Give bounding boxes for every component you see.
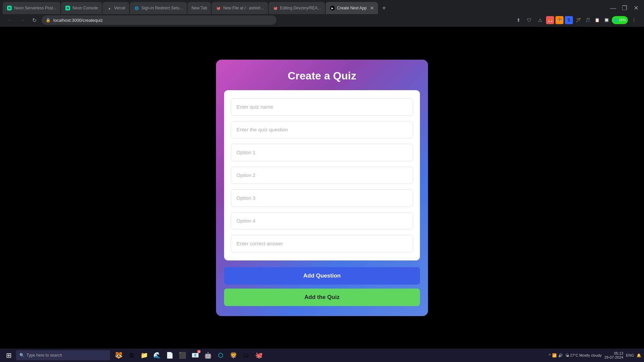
quiz-title: Create a Quiz — [288, 70, 357, 82]
ext3-icon[interactable]: S — [565, 16, 573, 24]
taskbar-search-label: Type here to search — [26, 353, 62, 358]
tab-github1[interactable]: 🐙 New File at / · ashish... — [212, 2, 268, 14]
tray-arrow[interactable]: ^ — [549, 353, 551, 358]
browser-right-icons: ⬆ 🛡 ⚠ 🦊 🐯 S 🪄 🎵 📋 🔲 🌐 VPN ⋮ — [514, 15, 639, 25]
tab-github2[interactable]: 🐙 Editing Devzery/REA... — [269, 2, 325, 14]
tab-bar: N Neon Serverless Post... N Neon Console… — [0, 0, 644, 16]
quiz-question-input[interactable] — [231, 121, 413, 138]
clock-date: 29-07-2024 — [604, 355, 623, 359]
reload-button[interactable]: ↻ — [30, 15, 39, 25]
clock-time: 05:13 — [604, 351, 623, 355]
taskbar-search[interactable]: 🔍 Type here to search — [16, 350, 110, 360]
vpn-icon[interactable]: 🌐 VPN — [612, 16, 628, 24]
taskbar: ⊞ 🔍 Type here to search 🐯 ⧉ 📁 🌊 📄 ⬛ 📧 19… — [0, 349, 644, 362]
system-tray: ^ 📶 🔊 — [549, 353, 563, 358]
correct-answer-input[interactable] — [231, 235, 413, 252]
taskbar-tiger-icon[interactable]: 🐯 — [113, 349, 125, 361]
address-bar: ← → ↻ 🔒 localhost:3000/createquiz ⬆ 🛡 ⚠ … — [0, 16, 644, 27]
quiz-name-input[interactable] — [231, 98, 413, 116]
add-question-button[interactable]: Add Question — [224, 267, 420, 285]
search-icon: 🔍 — [19, 353, 24, 358]
taskbar-file[interactable]: 📄 — [164, 349, 176, 361]
tab-close-create-next-app[interactable]: ✕ — [370, 5, 374, 11]
tab-title-gh2: Editing Devzery/REA... — [280, 6, 321, 10]
taskbar-app-icons: 🐯 ⧉ 📁 🌊 📄 ⬛ 📧 19 🤖 ⬡ 🦁 🗂 🐙 — [113, 349, 265, 361]
gh2-tab-icon: 🐙 — [273, 5, 278, 11]
option3-input[interactable] — [231, 189, 413, 207]
tab-title-neon-serverless: Neon Serverless Post... — [14, 6, 56, 10]
taskbar-vscode[interactable]: ⬡ — [215, 349, 227, 361]
alert-icon[interactable]: ⚠ — [535, 15, 545, 25]
ext7-icon[interactable]: 🔲 — [602, 16, 610, 24]
taskbar-files[interactable]: 🗂 — [240, 349, 252, 361]
tab-title-newtab: New Tab — [192, 6, 207, 10]
taskbar-ai[interactable]: 🤖 — [202, 349, 214, 361]
weather-icon: 🌤 — [566, 353, 569, 357]
close-button[interactable]: ✕ — [631, 3, 641, 13]
taskbar-terminal[interactable]: ⬛ — [176, 349, 189, 361]
neon-tab-icon: N — [7, 5, 12, 11]
menu-icon[interactable]: ⋮ — [629, 15, 639, 25]
new-tab-button[interactable]: + — [379, 3, 389, 13]
weather-info: 🌤 27°C Mostly cloudy — [566, 353, 602, 357]
browser-chrome: N Neon Serverless Post... N Neon Console… — [0, 0, 644, 27]
tab-title-create-next-app: Create Next App — [337, 6, 367, 10]
tab-title-neon-console: Neon Console — [72, 6, 98, 10]
tab-create-next-app[interactable]: ▶ Create Next App ✕ — [326, 2, 378, 14]
share-icon[interactable]: ⬆ — [514, 15, 523, 25]
taskbar-edge[interactable]: 🌊 — [151, 349, 163, 361]
language-indicator: ENG — [626, 353, 634, 357]
option2-input[interactable] — [231, 167, 413, 184]
tab-newtab[interactable]: New Tab — [187, 2, 211, 14]
tab-title-signin: Sign-in Redirect Setu... — [141, 6, 182, 10]
window-controls: — ❐ ✕ — [608, 3, 641, 13]
option1-input[interactable] — [231, 144, 413, 161]
add-quiz-button[interactable]: Add the Quiz — [224, 289, 420, 306]
ext6-icon[interactable]: 📋 — [593, 16, 601, 24]
taskbar-brave[interactable]: 🦁 — [227, 349, 239, 361]
option4-input[interactable] — [231, 212, 413, 230]
url-bar[interactable]: 🔒 localhost:3000/createquiz — [42, 15, 276, 25]
ext4-icon[interactable]: 🪄 — [574, 16, 582, 24]
notification-icon[interactable]: 🔔 — [637, 353, 641, 358]
weather-text: 27°C Mostly cloudy — [570, 353, 602, 357]
vercel-tab-icon: ▲ — [107, 5, 112, 11]
taskbar-mail[interactable]: 📧 19 — [189, 349, 201, 361]
volume-icon: 🔊 — [558, 353, 563, 358]
signin-tab-icon: 🌐 — [134, 5, 139, 11]
taskbar-right: ^ 📶 🔊 🌤 27°C Mostly cloudy 05:13 29-07-2… — [549, 351, 641, 359]
quiz-wrapper: Create a Quiz Add Question Add the Quiz — [216, 60, 428, 316]
network-icon: 📶 — [552, 353, 557, 358]
maximize-button[interactable]: ❐ — [619, 3, 630, 13]
gh1-tab-icon: 🐙 — [216, 5, 221, 11]
forward-button[interactable]: → — [17, 15, 27, 25]
shield-icon[interactable]: 🛡 — [525, 15, 534, 25]
minimize-button[interactable]: — — [608, 3, 619, 13]
quiz-form — [224, 90, 420, 260]
extensions-bar: 🦊 🐯 S 🪄 🎵 📋 🔲 🌐 VPN — [546, 16, 628, 24]
taskbar-task-view[interactable]: ⧉ — [125, 349, 138, 361]
ext1-icon[interactable]: 🦊 — [546, 16, 554, 24]
tab-title-vercel: Vercel — [114, 6, 125, 10]
url-text: localhost:3000/createquiz — [53, 18, 103, 23]
tab-signin[interactable]: 🌐 Sign-in Redirect Setu... — [130, 2, 186, 14]
lock-icon: 🔒 — [46, 18, 51, 22]
back-button[interactable]: ← — [5, 15, 15, 25]
ext5-icon[interactable]: 🎵 — [584, 16, 592, 24]
taskbar-explorer[interactable]: 📁 — [138, 349, 150, 361]
tab-title-gh1: New File at / · ashish... — [223, 6, 264, 10]
start-button[interactable]: ⊞ — [3, 349, 15, 361]
next-tab-icon: ▶ — [330, 5, 335, 11]
tab-vercel[interactable]: ▲ Vercel — [103, 2, 129, 14]
neon-console-tab-icon: N — [65, 5, 70, 11]
page-content: Create a Quiz Add Question Add the Quiz — [0, 27, 644, 349]
tab-neon-console[interactable]: N Neon Console — [61, 2, 102, 14]
ext2-icon[interactable]: 🐯 — [555, 16, 564, 24]
tab-neon-serverless[interactable]: N Neon Serverless Post... — [3, 2, 60, 14]
taskbar-clock: 05:13 29-07-2024 — [604, 351, 623, 359]
taskbar-github[interactable]: 🐙 — [253, 349, 265, 361]
